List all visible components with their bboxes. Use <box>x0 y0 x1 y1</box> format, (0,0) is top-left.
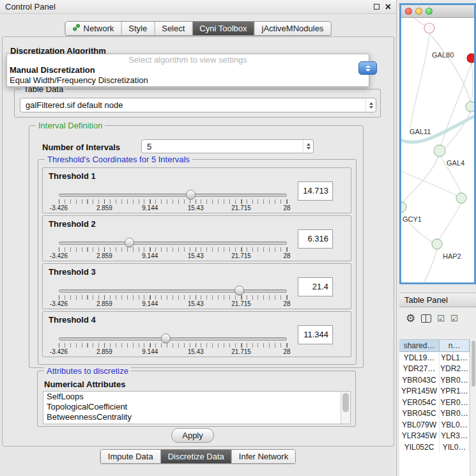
node-label: GAL11 <box>410 128 431 135</box>
threshold-value-field[interactable]: 11.344 <box>298 325 333 344</box>
attribute-list-item[interactable]: SelfLoops <box>43 392 350 402</box>
table-row[interactable]: YDR27…YDR2… <box>399 364 470 375</box>
tab-style[interactable]: Style <box>121 22 154 35</box>
number-of-intervals-value: 5 <box>142 142 303 151</box>
list-scrollbar[interactable] <box>341 392 350 424</box>
table-cell: YDL1… <box>440 352 470 364</box>
threshold-label: Threshold 4 <box>49 315 96 325</box>
network-node[interactable] <box>432 239 442 249</box>
float-window-icon[interactable] <box>374 4 380 10</box>
scale-tick-label: 28 <box>283 348 290 355</box>
columns-icon[interactable] <box>421 314 431 323</box>
tab-cyni-toolbox[interactable]: Cyni Toolbox <box>192 22 254 35</box>
slider-ruler <box>59 247 287 252</box>
algorithm-option-manual[interactable]: Manual Discretization <box>7 65 369 75</box>
table-row[interactable]: YLR345WYLR3… <box>399 431 470 442</box>
tab-impute-data[interactable]: Impute Data <box>101 450 160 463</box>
table-cell: YDR27… <box>399 364 440 375</box>
table-cell: YIL0… <box>440 441 470 453</box>
table-cell: YLR345W <box>399 431 440 442</box>
control-panel-titlebar[interactable]: Control Panel × <box>0 0 396 14</box>
network-node[interactable] <box>434 145 445 157</box>
scrollbar-thumb[interactable] <box>342 393 349 412</box>
threshold-value-field[interactable]: 14.713 <box>298 181 333 201</box>
threshold-label: Threshold 2 <box>49 219 96 229</box>
table-cell: YBR043C <box>399 374 440 386</box>
table-row[interactable]: YIL052CYIL0… <box>399 441 470 453</box>
interval-definition-label: Interval Definition <box>36 121 105 130</box>
network-edge <box>403 157 438 203</box>
apply-button[interactable]: Apply <box>171 428 214 443</box>
attribute-list-item[interactable]: TopologicalCoefficient <box>43 402 350 412</box>
table-cell: YBL079W <box>399 419 440 431</box>
network-node[interactable] <box>466 102 474 112</box>
table-cell: YER054C <box>399 397 440 408</box>
network-node[interactable] <box>401 202 406 212</box>
slider-thumb[interactable] <box>186 190 196 199</box>
scale-tick-label: 15.43 <box>188 252 204 259</box>
table-row[interactable]: YBR045CYBR0… <box>399 408 470 420</box>
algorithm-combo-stepper[interactable] <box>358 61 377 75</box>
network-node[interactable] <box>456 193 466 203</box>
table-row[interactable]: YDL19…YDL1… <box>399 352 470 364</box>
network-view-window[interactable]: GAL80GAL11GAL4GCY1HAP2 <box>399 3 476 284</box>
threshold-box: Threshold 1 -3.4262.8599.14415.4321.7152… <box>42 167 351 213</box>
table-cell: YDL19… <box>399 352 440 364</box>
slider-track[interactable] <box>59 242 287 245</box>
numerical-attributes-list[interactable]: SelfLoopsTopologicalCoefficientBetweenne… <box>43 391 351 424</box>
scale-tick-label: 9.144 <box>142 252 158 259</box>
slider-thumb[interactable] <box>125 238 134 247</box>
network-node[interactable] <box>467 54 474 63</box>
zoom-traffic-light-icon[interactable] <box>426 8 433 15</box>
network-canvas[interactable]: GAL80GAL11GAL4GCY1HAP2 <box>401 18 474 282</box>
minimize-traffic-light-icon[interactable] <box>415 8 422 15</box>
table-row[interactable]: YBR043CYBR0… <box>399 374 470 386</box>
checkbox-checked-icon[interactable]: ☑ <box>437 314 445 323</box>
tab-infer-network[interactable]: Infer Network <box>231 450 295 463</box>
scale-tick-label: 2.859 <box>96 252 112 259</box>
tab-label: Network <box>84 24 114 33</box>
algorithm-option-equal-width[interactable]: Equal Width/Frequency Discretization <box>7 75 369 86</box>
slider-thumb[interactable] <box>161 334 171 343</box>
column-header[interactable]: shared… <box>399 339 440 352</box>
number-of-intervals-combo[interactable]: 5 <box>141 139 314 153</box>
scale-tick-label: 2.859 <box>96 348 112 355</box>
table-scrollbar[interactable] <box>470 339 476 476</box>
thresholds-group: Threshold's Coordinates for 5 Intervals … <box>38 159 357 365</box>
slider-track[interactable] <box>59 337 287 341</box>
table-cell: YBR045C <box>399 408 440 420</box>
table-row[interactable]: YBL079WYBL0… <box>399 419 470 431</box>
network-node[interactable] <box>424 23 434 33</box>
column-header[interactable]: n… <box>440 339 470 352</box>
tab-network[interactable]: Network <box>66 22 121 35</box>
table-cell: YBR0… <box>440 408 470 420</box>
close-window-icon[interactable]: × <box>385 4 391 10</box>
scrollbar-thumb[interactable] <box>472 341 475 387</box>
scale-tick-label: 2.859 <box>96 204 112 211</box>
table-row[interactable]: YPR145WYPR1… <box>399 386 470 397</box>
tab-label: Infer Network <box>239 452 288 461</box>
threshold-value-field[interactable]: 6.316 <box>298 229 333 249</box>
slider-ruler <box>59 343 287 348</box>
combo-arrows-icon <box>365 98 376 112</box>
tab-select[interactable]: Select <box>154 22 192 35</box>
threshold-value-field[interactable]: 21.4 <box>298 277 333 296</box>
table-row[interactable]: YER054CYER0… <box>399 397 470 408</box>
gear-icon[interactable]: ⚙ <box>406 313 415 324</box>
attribute-list-item[interactable]: BetweennessCentrality <box>43 412 350 422</box>
slider-scale: -3.4262.8599.14415.4321.71528 <box>59 300 287 308</box>
table-panel: ⚙ ☑ ☑ shared…n… YDL19…YDL1…YDR27…YDR2…YB… <box>399 307 476 476</box>
scale-tick-label: -3.426 <box>50 348 68 355</box>
network-graph[interactable]: GAL80GAL11GAL4GCY1HAP2 <box>401 18 474 283</box>
slider-thumb[interactable] <box>234 286 244 295</box>
threshold-box: Threshold 2 -3.4262.8599.14415.4321.7152… <box>42 215 351 261</box>
tab-discretize-data[interactable]: Discretize Data <box>160 450 231 463</box>
network-window-titlebar[interactable] <box>401 5 474 18</box>
slider-track[interactable] <box>59 289 287 293</box>
close-traffic-light-icon[interactable] <box>405 8 412 15</box>
checkbox-checked-icon[interactable]: ☑ <box>450 314 458 323</box>
slider-track[interactable] <box>59 194 287 197</box>
stepper-up-icon <box>365 65 371 68</box>
tab-jactivemnodules[interactable]: jActiveMNodules <box>254 22 331 35</box>
table-data-combo[interactable]: galFiltered.sif default node <box>20 98 376 112</box>
